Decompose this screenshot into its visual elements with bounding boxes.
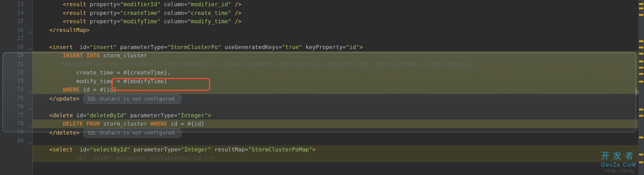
code-line[interactable]	[33, 102, 644, 111]
code-line[interactable]: </resultMap>	[33, 26, 644, 34]
line-number: 76⊟	[0, 102, 32, 111]
code-line[interactable]	[33, 34, 644, 43]
line-number: 72	[0, 68, 32, 77]
code-line-truncated[interactable]: <if test=" parameter.containsKey('id')">	[33, 154, 644, 162]
line-number: 15	[0, 17, 32, 26]
code-line[interactable]	[33, 137, 644, 145]
fold-up-icon[interactable]: ⊟	[27, 88, 31, 92]
warning-marker[interactable]	[639, 109, 643, 110]
warning-marker[interactable]	[639, 14, 643, 16]
line-number: 13	[0, 0, 32, 9]
gutter: 13 14 15 16⊟ 17 18⊟ 19 71 72 73 74⊟ 75 7…	[0, 0, 33, 175]
warning-marker[interactable]	[639, 47, 643, 48]
warning-marker[interactable]	[639, 53, 643, 55]
fold-down-icon[interactable]: ⊟	[27, 105, 31, 109]
line-number: 71	[0, 60, 32, 69]
warning-marker[interactable]	[639, 61, 643, 62]
line-number: 78⊟	[0, 119, 32, 128]
warning-marker[interactable]	[639, 40, 643, 42]
code-line[interactable]: modify_time = #{modifyTime}	[33, 77, 644, 86]
warning-marker[interactable]	[639, 73, 643, 75]
warning-marker[interactable]	[639, 7, 643, 9]
fold-up-icon[interactable]: ⊟	[27, 28, 31, 32]
code-line[interactable]: <select id="selectById" parameterType="I…	[33, 145, 644, 154]
fold-down-icon[interactable]: ⊟	[27, 139, 31, 143]
line-number: 14	[0, 9, 32, 17]
line-number: 79	[0, 128, 32, 137]
fold-up-icon[interactable]: ⊟	[27, 122, 31, 126]
line-number: 80⊟	[0, 137, 32, 145]
code-line[interactable]: <result property="modifyTime" column="mo…	[33, 17, 644, 26]
code-line[interactable]: INSERT INTO storm_cluster	[33, 51, 644, 60]
code-area[interactable]: <result property="modifierId" column="mo…	[33, 0, 644, 175]
line-number: 19	[0, 51, 32, 60]
code-line[interactable]: </update>SQL dialect is not configured.	[33, 94, 644, 103]
code-line[interactable]: WHERE id = #{id}	[33, 85, 644, 94]
warning-marker[interactable]	[639, 115, 643, 117]
line-number: 74⊟	[0, 85, 32, 94]
warning-marker[interactable]	[639, 67, 643, 69]
watermark-cn: 开发者	[601, 150, 637, 162]
code-line[interactable]: <result property="modifierId" column="mo…	[33, 0, 644, 9]
fold-down-icon[interactable]: ⊟	[27, 45, 31, 49]
warning-marker[interactable]	[639, 81, 643, 83]
line-number: 16⊟	[0, 26, 32, 34]
line-number: 18⊟	[0, 43, 32, 52]
line-number: 17	[0, 34, 32, 43]
line-number: 77	[0, 111, 32, 120]
code-line[interactable]: <result property="createTime" column="cr…	[33, 9, 644, 17]
warning-marker[interactable]	[639, 3, 643, 5]
line-number: 73	[0, 77, 32, 86]
code-line[interactable]: create_time = #{createTime},	[33, 68, 644, 77]
code-line[interactable]: <insert id="insert" parameterType="Storm…	[33, 43, 644, 52]
watermark: 开发者 DevZe.CoM http://blog.	[601, 150, 637, 173]
warning-marker[interactable]	[639, 137, 643, 138]
code-editor[interactable]: 13 14 15 16⊟ 17 18⊟ 19 71 72 73 74⊟ 75 7…	[0, 0, 644, 175]
line-number: 75	[0, 94, 32, 103]
code-line[interactable]: <delete id="deleteById" parameterType="I…	[33, 111, 644, 120]
warning-marker[interactable]	[639, 154, 643, 155]
code-line[interactable]: DELETE FROM storm_cluster WHERE id = #{i…	[33, 119, 644, 128]
warning-marker[interactable]	[639, 161, 643, 163]
code-line[interactable]: </delete>SQL dialect is not configured.	[33, 128, 644, 137]
error-stripe[interactable]	[638, 0, 644, 175]
watermark-url: http://blog.	[601, 168, 637, 173]
code-line-truncated[interactable]: VALUES(#{id}, #{clusterName}, #{stormUiA…	[33, 60, 644, 69]
watermark-en: DevZe.CoM	[601, 162, 637, 168]
